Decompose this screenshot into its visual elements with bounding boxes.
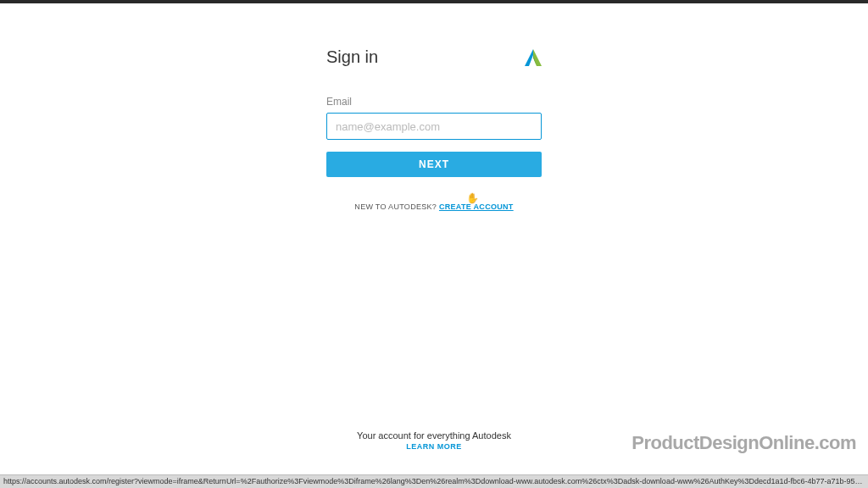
autodesk-logo-icon bbox=[525, 48, 542, 67]
email-label: Email bbox=[326, 96, 542, 108]
create-account-link[interactable]: CREATE ACCOUNT bbox=[439, 202, 514, 211]
browser-status-bar: https://accounts.autodesk.com/register?v… bbox=[0, 474, 868, 488]
page-container: Sign in Email NEXT NEW TO AUTODESK? CREA… bbox=[0, 3, 868, 474]
next-button[interactable]: NEXT bbox=[326, 152, 542, 177]
create-account-row: NEW TO AUTODESK? CREATE ACCOUNT bbox=[326, 202, 542, 211]
signin-header: Sign in bbox=[326, 47, 542, 67]
page-title: Sign in bbox=[326, 47, 378, 67]
watermark-text: ProductDesignOnline.com bbox=[632, 432, 856, 454]
new-prompt-text: NEW TO AUTODESK? bbox=[354, 202, 439, 211]
email-input[interactable] bbox=[326, 113, 542, 140]
signin-form: Sign in Email NEXT NEW TO AUTODESK? CREA… bbox=[326, 47, 542, 211]
